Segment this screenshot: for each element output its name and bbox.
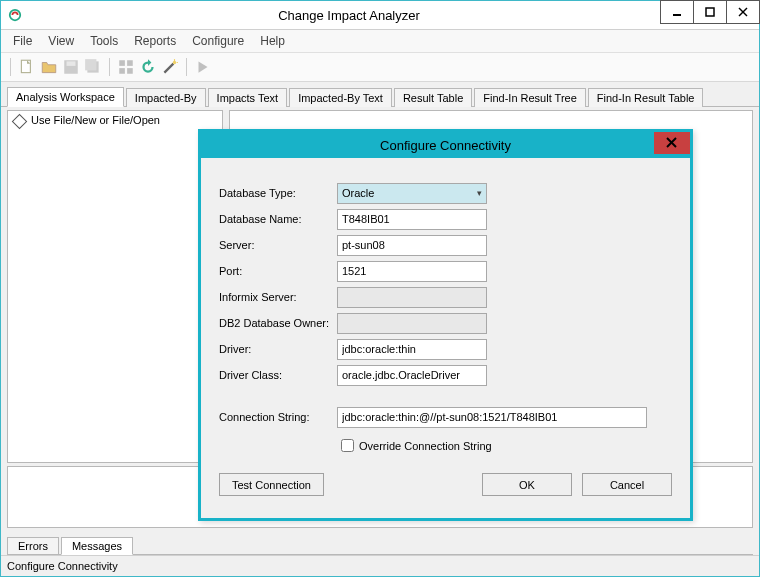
tab-impacts-text[interactable]: Impacts Text — [208, 88, 288, 107]
svg-rect-14 — [127, 68, 133, 74]
tab-find-in-result-tree[interactable]: Find-In Result Tree — [474, 88, 586, 107]
maximize-button[interactable] — [693, 0, 727, 24]
wand-icon[interactable] — [161, 58, 179, 76]
tab-analysis-workspace[interactable]: Analysis Workspace — [7, 87, 124, 107]
menu-reports[interactable]: Reports — [126, 32, 184, 50]
svg-rect-10 — [85, 59, 96, 70]
tab-impacted-by-text[interactable]: Impacted-By Text — [289, 88, 392, 107]
menubar: File View Tools Reports Configure Help — [1, 30, 759, 53]
left-panel: Use File/New or File/Open — [7, 110, 223, 463]
ok-button[interactable]: OK — [482, 473, 572, 496]
label-port: Port: — [219, 265, 337, 277]
refresh-icon[interactable] — [139, 58, 157, 76]
port-input[interactable] — [337, 261, 487, 282]
statusbar: Configure Connectivity — [1, 555, 759, 576]
svg-rect-8 — [67, 61, 76, 66]
label-db2-owner: DB2 Database Owner: — [219, 317, 337, 329]
save-all-icon[interactable] — [84, 58, 102, 76]
menu-view[interactable]: View — [40, 32, 82, 50]
tab-result-table[interactable]: Result Table — [394, 88, 472, 107]
status-text: Configure Connectivity — [7, 560, 118, 572]
label-informix-server: Informix Server: — [219, 291, 337, 303]
label-database-type: Database Type: — [219, 187, 337, 199]
menu-file[interactable]: File — [5, 32, 40, 50]
label-override: Override Connection String — [359, 440, 492, 452]
toolbar-separator — [186, 58, 187, 76]
svg-rect-2 — [706, 8, 714, 16]
main-tabs: Analysis Workspace Impacted-By Impacts T… — [1, 82, 759, 107]
test-connection-button[interactable]: Test Connection — [219, 473, 324, 496]
menu-tools[interactable]: Tools — [82, 32, 126, 50]
label-driver: Driver: — [219, 343, 337, 355]
titlebar: Change Impact Analyzer — [1, 1, 759, 30]
toolbar-separator — [109, 58, 110, 76]
configure-connectivity-dialog: Configure Connectivity Database Type: Or… — [198, 129, 693, 521]
new-file-icon[interactable] — [18, 58, 36, 76]
open-folder-icon[interactable] — [40, 58, 58, 76]
db2-owner-input — [337, 313, 487, 334]
tab-errors[interactable]: Errors — [7, 537, 59, 555]
server-input[interactable] — [337, 235, 487, 256]
menu-configure[interactable]: Configure — [184, 32, 252, 50]
informix-server-input — [337, 287, 487, 308]
toolbar — [1, 53, 759, 82]
label-connection-string: Connection String: — [219, 411, 337, 423]
save-icon[interactable] — [62, 58, 80, 76]
tab-impacted-by[interactable]: Impacted-By — [126, 88, 206, 107]
bottom-tabs: Errors Messages — [1, 533, 759, 555]
label-database-name: Database Name: — [219, 213, 337, 225]
window-controls — [661, 0, 760, 24]
window-title: Change Impact Analyzer — [29, 8, 759, 23]
connection-string-input[interactable] — [337, 407, 647, 428]
dialog-body: Database Type: Oracle ▾ Database Name: S… — [201, 158, 690, 518]
play-icon[interactable] — [194, 58, 212, 76]
svg-rect-11 — [119, 60, 125, 66]
dialog-title: Configure Connectivity — [380, 138, 511, 153]
grid-icon[interactable] — [117, 58, 135, 76]
application-window: Change Impact Analyzer File View Tools R… — [0, 0, 760, 577]
label-server: Server: — [219, 239, 337, 251]
app-icon — [7, 7, 23, 23]
override-connection-string-checkbox[interactable] — [341, 439, 354, 452]
toolbar-separator — [10, 58, 11, 76]
tab-find-in-result-table[interactable]: Find-In Result Table — [588, 88, 704, 107]
menu-help[interactable]: Help — [252, 32, 293, 50]
svg-marker-19 — [199, 61, 208, 72]
tab-messages[interactable]: Messages — [61, 537, 133, 555]
left-panel-hint: Use File/New or File/Open — [31, 114, 160, 126]
driver-class-input[interactable] — [337, 365, 487, 386]
label-driver-class: Driver Class: — [219, 369, 337, 381]
cancel-button[interactable]: Cancel — [582, 473, 672, 496]
svg-rect-12 — [127, 60, 133, 66]
minimize-button[interactable] — [660, 0, 694, 24]
database-type-select[interactable]: Oracle — [337, 183, 487, 204]
diamond-icon — [12, 114, 28, 130]
driver-input[interactable] — [337, 339, 487, 360]
database-name-input[interactable] — [337, 209, 487, 230]
dialog-titlebar: Configure Connectivity — [201, 132, 690, 158]
dialog-close-button[interactable] — [654, 132, 690, 154]
svg-rect-13 — [119, 68, 125, 74]
close-button[interactable] — [726, 0, 760, 24]
svg-point-0 — [10, 10, 21, 21]
svg-line-15 — [164, 64, 173, 73]
svg-rect-5 — [21, 60, 30, 72]
